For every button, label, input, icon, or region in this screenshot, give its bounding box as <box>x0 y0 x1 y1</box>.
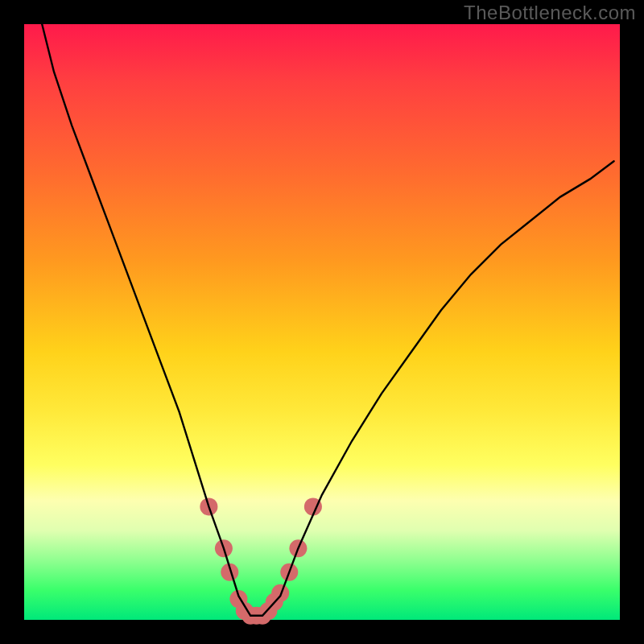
bottleneck-curve <box>42 24 613 616</box>
outer-frame: TheBottleneck.com <box>0 0 644 644</box>
chart-svg <box>24 24 620 620</box>
marker-group <box>200 497 322 624</box>
watermark-text: TheBottleneck.com <box>464 2 636 24</box>
curve-marker <box>271 584 289 602</box>
